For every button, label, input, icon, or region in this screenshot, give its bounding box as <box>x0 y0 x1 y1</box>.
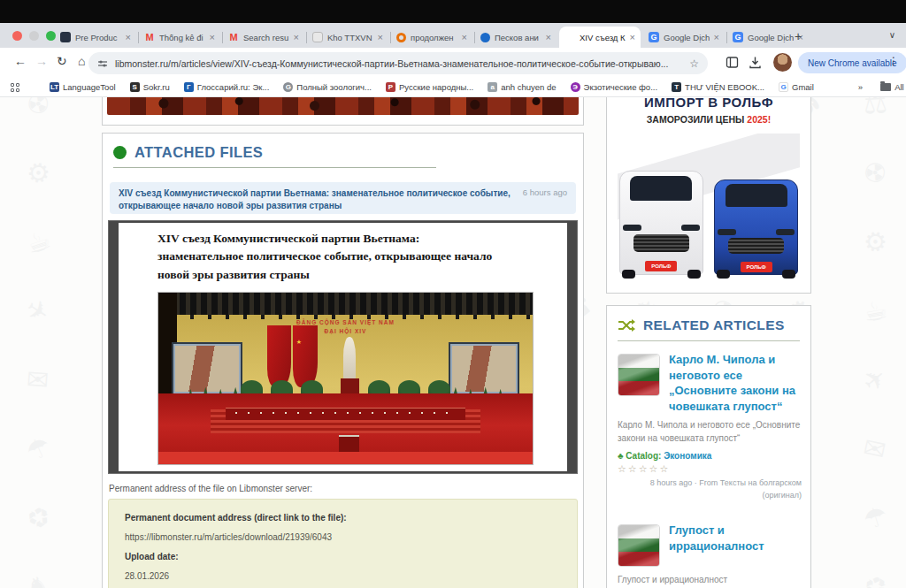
tab-google-translate-1[interactable]: G Google Dịch × <box>643 27 725 48</box>
close-icon[interactable]: × <box>210 32 215 42</box>
article-title-link[interactable]: Глупост и иррационалност <box>669 523 802 569</box>
bookmark-favicon: LT <box>50 82 59 92</box>
shuffle-icon <box>618 319 635 332</box>
article-title-link[interactable]: Карло М. Чипола и неговото есе „Основнит… <box>669 352 802 414</box>
tab-gmail-thongke[interactable]: M Thống kê đi × <box>139 27 220 48</box>
bookmark-languagetool[interactable]: LT LanguageTool <box>50 82 116 92</box>
bookmark-star-icon[interactable]: ☆ <box>689 57 699 70</box>
vietnam-flag <box>293 325 317 387</box>
bookmark-thu-vien-ebook[interactable]: T THƯ VIỆN EBOOK... <box>672 82 764 92</box>
article-thumbnail-bulgarian-flag[interactable] <box>618 354 660 396</box>
ad-cars-image: РОЛЬФ РОЛЬФ <box>618 134 800 282</box>
reload-button[interactable]: ↻ <box>57 54 67 68</box>
article-image-card <box>102 97 584 126</box>
bookmark-glossary[interactable]: Г Глоссарий.ru: Эк... <box>184 82 270 92</box>
bookmark-anh-chuyen-de[interactable]: a anh chuyen de <box>488 82 556 92</box>
speaker-podium <box>339 435 359 454</box>
tab-peskov[interactable]: Песков ани × <box>475 27 557 48</box>
download-icon[interactable] <box>749 56 762 69</box>
bookmark-sokr[interactable]: S Sokr.ru <box>130 82 170 92</box>
document-page: XIV съезд Коммунистической партии Вьетна… <box>119 223 567 471</box>
catalog-link[interactable]: Экономика <box>664 451 711 461</box>
lighting-truss <box>158 293 533 315</box>
tab-pre-product[interactable]: Pre Produc × <box>55 27 136 48</box>
related-articles-header: RELATED ARTICLES <box>618 317 800 341</box>
bookmark-label: Gmail <box>792 82 814 92</box>
screen: Pre Produc × M Thống kê đi × M Search re… <box>0 0 906 588</box>
party-flag <box>267 325 291 387</box>
attached-files-card: ATTACHED FILES XIV съезд Коммунистическо… <box>102 133 584 588</box>
document-address-url[interactable]: https://libmonster.ru/m/articles/downloa… <box>125 532 561 542</box>
ho-chi-minh-statue <box>343 337 356 380</box>
article-meta: 8 hours ago · From Тексты на болгарском … <box>618 477 802 501</box>
article-thumbnail-bulgarian-flag[interactable] <box>618 524 660 567</box>
tab-label: продолжен <box>411 33 457 42</box>
bookmark-russian-folk[interactable]: Р Русские народны... <box>386 82 473 92</box>
attached-files-header: ATTACHED FILES <box>113 144 436 168</box>
window-close-button[interactable] <box>12 31 22 41</box>
ad-accent-year: 2025! <box>747 114 771 125</box>
bookmark-gmail[interactable]: G Gmail <box>779 82 814 92</box>
document-address-label: Permanent document address (direct link … <box>125 513 561 523</box>
article-description: Глупост и иррационалност <box>618 574 802 587</box>
back-button[interactable]: ← <box>14 54 27 68</box>
tab-search-chevron-icon[interactable]: ∨ <box>889 30 895 40</box>
pattern-glyph: ☢ <box>857 154 894 193</box>
tab-label: XIV съезд К <box>580 33 626 42</box>
pattern-glyph: ☢ <box>19 97 58 124</box>
rating-stars[interactable]: ☆☆☆☆☆ <box>618 463 802 475</box>
pattern-glyph: ♻ <box>21 499 57 537</box>
reading-list-icon[interactable] <box>726 56 739 69</box>
advertisement-card[interactable]: ИМПОРТ В РОЛЬФ ЗАМОРОЗИЛИ ЦЕНЫ 2025! РОЛ… <box>606 97 811 294</box>
related-articles-card: RELATED ARTICLES Карло М. Чипола и негов… <box>606 305 811 588</box>
file-info-box: Permanent document address (direct link … <box>108 499 578 588</box>
site-controls-icon[interactable] <box>97 58 108 69</box>
site-favicon <box>60 32 71 42</box>
bookmark-zoological[interactable]: G Полный зоологич... <box>283 82 372 92</box>
new-tab-button[interactable]: + <box>795 29 802 43</box>
congress-audience-image <box>107 97 579 115</box>
bookmark-favicon: Р <box>386 82 395 92</box>
profile-avatar[interactable] <box>773 53 792 72</box>
section-title: ATTACHED FILES <box>134 144 263 161</box>
tab-xiv-congress-active[interactable]: XIV съезд К × <box>559 27 641 48</box>
document-preview[interactable]: XIV съезд Коммунистической партии Вьетна… <box>108 220 578 474</box>
google-translate-icon: G <box>649 32 659 42</box>
all-bookmarks-button[interactable]: All Bookmarks <box>880 82 906 92</box>
pattern-glyph: ⚖ <box>863 97 888 120</box>
close-icon[interactable]: × <box>546 32 551 42</box>
right-projection-screen <box>449 342 519 395</box>
url-text[interactable]: libmonster.ru/m/articles/view/XIV-съезд-… <box>115 58 682 69</box>
upload-date-value: 28.01.2026 <box>125 571 561 581</box>
bookmark-exotic[interactable]: Э Экзотические фо... <box>571 82 657 92</box>
article-catalog: ♣ Catalog: Экономика <box>618 451 802 461</box>
close-icon[interactable]: × <box>378 32 383 42</box>
window-minimize-button[interactable] <box>29 31 39 41</box>
pattern-glyph: ✈ <box>19 292 55 330</box>
close-icon[interactable]: × <box>714 32 719 42</box>
pattern-glyph: ☕ <box>22 224 54 261</box>
close-icon[interactable]: × <box>462 32 467 42</box>
tab-kho-ttxvn[interactable]: Kho TTXVN × <box>307 27 388 48</box>
bookmarks-overflow-button[interactable]: » <box>858 82 863 92</box>
bookmark-label: Экзотические фо... <box>584 82 657 92</box>
close-icon[interactable]: × <box>126 32 131 42</box>
tab-label: Thống kê đi <box>159 33 205 42</box>
attached-file-link[interactable]: XIV съезд Коммунистической партии Вьетна… <box>119 187 514 209</box>
google-translate-icon: G <box>733 32 743 42</box>
license-plate: РОЛЬФ <box>741 262 772 272</box>
apps-grid-icon[interactable] <box>11 83 19 92</box>
pattern-glyph: ♻ <box>857 567 894 588</box>
attached-file-row[interactable]: XIV съезд Коммунистической партии Вьетна… <box>110 182 576 214</box>
browser-menu-icon[interactable]: ⋮ <box>888 55 899 67</box>
bookmark-label: anh chuyen de <box>501 82 556 92</box>
tab-prodolzhen[interactable]: продолжен × <box>391 27 472 48</box>
close-icon[interactable]: × <box>630 32 635 42</box>
home-button[interactable]: ⌂ <box>78 54 85 68</box>
address-bar[interactable]: libmonster.ru/m/articles/view/XIV-съезд-… <box>88 52 708 74</box>
close-icon[interactable]: × <box>294 32 299 42</box>
window-controls <box>12 31 56 41</box>
forward-button[interactable]: → <box>35 54 48 68</box>
tab-gmail-search[interactable]: M Search resu × <box>223 27 304 48</box>
bookmark-label: Глоссарий.ru: Эк... <box>197 82 270 92</box>
